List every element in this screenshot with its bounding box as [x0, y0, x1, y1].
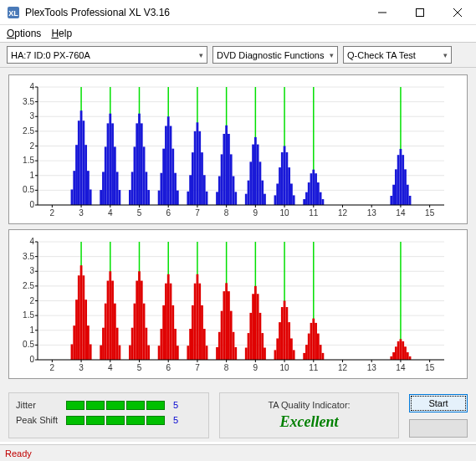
- svg-text:4: 4: [108, 208, 113, 218]
- svg-rect-218: [129, 346, 131, 360]
- svg-rect-262: [264, 348, 266, 360]
- svg-text:9: 9: [253, 208, 258, 218]
- chevron-down-icon: ▾: [330, 51, 334, 59]
- svg-rect-275: [310, 323, 313, 360]
- svg-rect-278: [317, 334, 320, 360]
- svg-rect-265: [279, 322, 281, 360]
- jitter-score: 5: [173, 400, 178, 410]
- jitter-label: Jitter: [16, 400, 61, 410]
- svg-rect-62: [131, 172, 134, 205]
- svg-rect-276: [312, 319, 315, 360]
- svg-text:0: 0: [29, 200, 34, 209]
- menu-help[interactable]: Help: [51, 28, 72, 39]
- jitter-bars: [66, 401, 165, 410]
- svg-rect-86: [203, 175, 206, 205]
- svg-rect-97: [245, 194, 248, 205]
- peak-row: Peak Shift 5: [16, 415, 202, 425]
- chart-bottom: 00.511.522.533.5423456789101112131415: [14, 237, 449, 375]
- test-combo[interactable]: Q-Check TA Test ▾: [343, 46, 452, 64]
- svg-rect-277: [315, 323, 317, 360]
- svg-rect-88: [216, 192, 218, 205]
- svg-text:1.5: 1.5: [23, 310, 34, 320]
- svg-text:4: 4: [29, 237, 34, 246]
- svg-rect-129: [402, 155, 404, 205]
- bar-seg: [146, 416, 165, 425]
- svg-rect-75: [170, 126, 172, 205]
- svg-rect-43: [71, 189, 74, 205]
- svg-rect-220: [134, 304, 136, 360]
- chevron-down-icon: ▾: [199, 51, 203, 59]
- svg-rect-270: [290, 338, 293, 360]
- tqi-value: Excellent: [280, 413, 339, 431]
- svg-rect-81: [192, 152, 194, 205]
- svg-text:0.5: 0.5: [23, 185, 34, 194]
- svg-rect-49: [84, 145, 87, 205]
- svg-rect-229: [162, 305, 165, 360]
- svg-rect-264: [276, 338, 279, 360]
- svg-rect-102: [257, 145, 259, 205]
- secondary-button[interactable]: [409, 419, 468, 438]
- svg-text:13: 13: [367, 363, 377, 372]
- svg-rect-77: [174, 173, 177, 205]
- svg-text:3: 3: [29, 111, 34, 120]
- svg-rect-122: [320, 192, 322, 205]
- svg-text:13: 13: [367, 208, 377, 218]
- svg-rect-120: [315, 173, 317, 205]
- svg-rect-130: [404, 169, 407, 205]
- close-button[interactable]: [438, 0, 476, 25]
- maximize-button[interactable]: [401, 0, 438, 25]
- svg-text:2: 2: [50, 363, 55, 372]
- svg-rect-128: [400, 149, 402, 205]
- svg-rect-83: [197, 122, 199, 205]
- svg-rect-3: [416, 9, 423, 17]
- peak-bars: [66, 416, 165, 425]
- svg-rect-289: [409, 356, 412, 360]
- svg-text:2: 2: [29, 141, 34, 151]
- svg-rect-226: [147, 346, 150, 360]
- svg-rect-116: [305, 192, 308, 205]
- status-text: Ready: [5, 448, 32, 458]
- svg-rect-76: [171, 149, 174, 205]
- svg-rect-90: [221, 154, 223, 205]
- svg-rect-246: [218, 332, 221, 360]
- svg-rect-245: [216, 347, 218, 360]
- svg-rect-260: [259, 313, 262, 360]
- svg-rect-209: [100, 346, 102, 360]
- svg-rect-69: [147, 190, 150, 205]
- svg-rect-201: [73, 325, 75, 360]
- svg-rect-61: [129, 190, 131, 205]
- svg-rect-230: [165, 284, 167, 360]
- svg-rect-78: [177, 191, 179, 205]
- svg-rect-131: [407, 185, 409, 205]
- svg-rect-107: [276, 183, 279, 205]
- svg-rect-67: [143, 146, 146, 205]
- bottom-panel: Jitter 5 Peak Shift 5 TA Quality Indicat…: [0, 387, 476, 442]
- svg-rect-224: [143, 304, 146, 360]
- statusbar: Ready: [0, 444, 476, 461]
- svg-rect-237: [189, 329, 192, 360]
- svg-text:1: 1: [29, 171, 34, 180]
- svg-rect-221: [136, 281, 138, 360]
- svg-rect-259: [257, 294, 259, 360]
- device-combo[interactable]: HA:7 ID:0 PX-760A ▾: [7, 46, 207, 64]
- svg-rect-282: [392, 352, 395, 360]
- minimize-button[interactable]: [363, 0, 401, 25]
- function-combo[interactable]: DVD Diagnostic Functions ▾: [212, 46, 338, 64]
- svg-rect-64: [136, 123, 138, 205]
- svg-rect-124: [390, 196, 392, 205]
- svg-text:12: 12: [338, 208, 348, 218]
- svg-rect-48: [82, 120, 84, 205]
- svg-rect-110: [284, 146, 286, 206]
- svg-text:7: 7: [195, 363, 200, 372]
- svg-text:0.5: 0.5: [23, 340, 34, 349]
- svg-rect-111: [285, 152, 288, 205]
- svg-rect-288: [407, 352, 409, 360]
- svg-rect-200: [71, 344, 74, 360]
- titlebar: XL PlexTools Professional XL V3.16: [0, 0, 476, 25]
- svg-rect-269: [288, 322, 290, 360]
- svg-rect-258: [254, 286, 257, 360]
- svg-rect-253: [234, 347, 237, 360]
- menu-options[interactable]: Options: [7, 28, 41, 39]
- start-button[interactable]: Start: [409, 394, 468, 412]
- svg-text:4: 4: [29, 82, 34, 91]
